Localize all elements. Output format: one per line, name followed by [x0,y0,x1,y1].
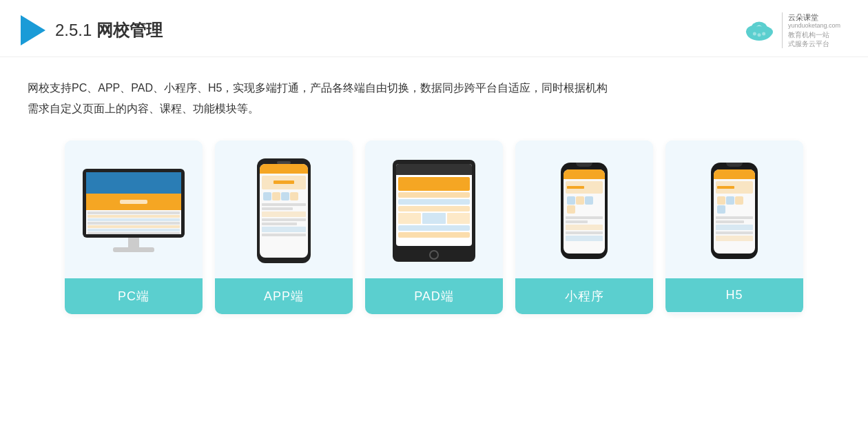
card-h5-label: H5 [665,278,803,312]
brand-site: yunduoketang.com [788,22,840,30]
phone-body-mini [561,163,608,259]
phone-device-h5 [711,163,758,259]
logo-arrow-icon [21,15,45,45]
phone-screen-app [260,164,308,258]
card-pc-label: PC端 [65,278,203,314]
card-h5-image [665,141,803,278]
phone-screen-h5 [714,169,755,254]
pc-device [83,169,185,252]
monitor-stand-neck [128,238,139,247]
card-miniprogram: 小程序 [515,141,653,314]
page-title: 2.5.1 网校管理 [55,19,163,41]
card-pad-label: PAD端 [365,278,503,314]
card-app-label: APP端 [215,278,353,314]
phone-device-mini [561,163,608,259]
card-app-image [215,141,353,278]
card-pad-image [365,141,503,278]
monitor-body [83,169,185,238]
header-left: 2.5.1 网校管理 [21,15,163,45]
phone-screen-mini [564,169,605,254]
tablet-device [393,160,475,262]
tablet-body [393,160,475,262]
card-miniprogram-label: 小程序 [515,278,653,314]
svg-point-5 [757,33,761,37]
brand-tagline1: 教育机构一站 [788,30,829,39]
description-block: 网校支持PC、APP、PAD、小程序、H5，实现多端打通，产品各终端自由切换，数… [0,57,868,134]
brand-text: 云朵课堂 yunduoketang.com 教育机构一站 式服务云平台 [782,12,840,48]
phone-body-h5 [711,163,758,259]
card-miniprogram-image [515,141,653,278]
monitor-screen [86,172,181,234]
tablet-screen [396,164,472,247]
card-pc-image [65,141,203,278]
monitor-stand-base [113,247,154,252]
phone-device-app [257,158,311,263]
card-pad: PAD端 [365,141,503,314]
card-pc: PC端 [65,141,203,314]
svg-point-6 [762,32,765,35]
card-app: APP端 [215,141,353,314]
cloud-logo-icon [742,17,776,44]
page-header: 2.5.1 网校管理 云朵课堂 yunduoketang.com 教育机构一站 … [0,0,868,57]
device-cards-section: PC端 [0,134,868,335]
brand-logo: 云朵课堂 yunduoketang.com 教育机构一站 式服务云平台 [742,12,840,48]
description-text: 网校支持PC、APP、PAD、小程序、H5，实现多端打通，产品各终端自由切换，数… [28,78,840,120]
phone-body-app [257,158,311,263]
svg-point-4 [753,32,756,35]
card-h5: H5 [665,141,803,314]
brand-tagline2: 式服务云平台 [788,39,829,48]
brand-name: 云朵课堂 [788,12,818,22]
